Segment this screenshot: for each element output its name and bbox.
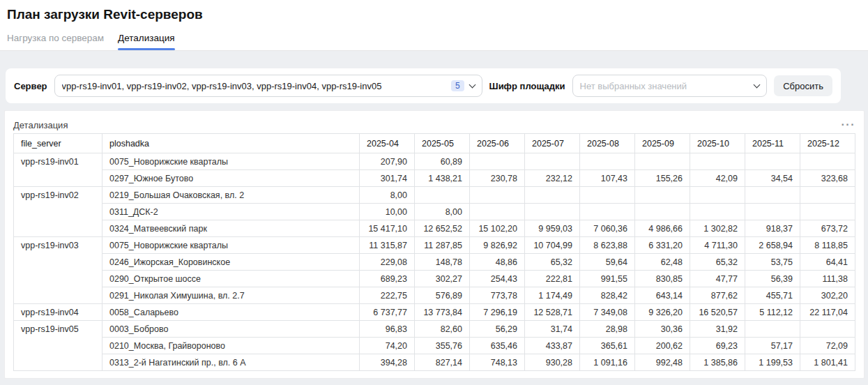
ploshadka-cell: 0291_Николая Химушина, вл. 2.7 bbox=[102, 287, 360, 304]
ploshadka-cell: 0058_Саларьево bbox=[102, 304, 360, 321]
value-cell: 42,09 bbox=[690, 170, 745, 187]
value-cell: 57,17 bbox=[745, 338, 800, 354]
value-cell: 918,37 bbox=[745, 220, 800, 237]
ploshadka-cell: 0297_Южное Бутово bbox=[102, 170, 360, 187]
value-cell: 72,09 bbox=[800, 338, 855, 354]
value-cell: 8,00 bbox=[360, 187, 415, 204]
column-header-2025-10[interactable]: 2025-10 bbox=[690, 134, 745, 153]
value-cell: 1 091,16 bbox=[580, 354, 635, 371]
value-cell bbox=[525, 187, 580, 204]
value-cell: 1 302,82 bbox=[690, 220, 745, 237]
value-cell: 64,41 bbox=[800, 254, 855, 271]
table-row: vpp-rs19-inv010075_Новорижские кварталы2… bbox=[14, 153, 855, 170]
value-cell: 576,89 bbox=[415, 287, 470, 304]
value-cell bbox=[525, 153, 580, 170]
value-cell bbox=[800, 153, 855, 170]
value-cell: 74,20 bbox=[360, 338, 415, 354]
value-cell: 830,85 bbox=[635, 271, 690, 287]
site-filter-label: Шифр площадки bbox=[489, 81, 565, 91]
value-cell: 12 652,52 bbox=[415, 220, 470, 237]
value-cell bbox=[690, 204, 745, 220]
table-row: 0311_ДСК-210,008,00 bbox=[14, 204, 855, 220]
value-cell: 8,00 bbox=[415, 204, 470, 220]
value-cell: 828,42 bbox=[580, 287, 635, 304]
value-cell: 7 349,08 bbox=[580, 304, 635, 321]
value-cell: 10 704,99 bbox=[525, 237, 580, 254]
value-cell: 60,89 bbox=[415, 153, 470, 170]
tab-load-by-servers[interactable]: Нагрузка по серверам bbox=[7, 33, 104, 50]
table-row: vpp-rs19-inv040058_Саларьево6 737,7713 7… bbox=[14, 304, 855, 321]
value-cell: 302,27 bbox=[415, 271, 470, 287]
value-cell: 11 315,87 bbox=[360, 237, 415, 254]
value-cell bbox=[580, 204, 635, 220]
site-filter-select[interactable]: Нет выбранных значений bbox=[572, 75, 768, 97]
value-cell: 635,46 bbox=[470, 338, 525, 354]
filter-bar: Сервер vpp-rs19-inv01, vpp-rs19-inv02, v… bbox=[6, 68, 841, 103]
value-cell: 30,36 bbox=[635, 321, 690, 338]
ploshadka-cell: 0311_ДСК-2 bbox=[102, 204, 360, 220]
file-server-cell: vpp-rs19-inv01 bbox=[14, 153, 102, 187]
value-cell: 1 174,49 bbox=[525, 287, 580, 304]
column-header-2025-04[interactable]: 2025-04 bbox=[360, 134, 415, 153]
value-cell: 59,64 bbox=[580, 254, 635, 271]
dashboard-content: Сервер vpp-rs19-inv01, vpp-rs19-inv02, v… bbox=[0, 51, 868, 379]
value-cell: 15 102,20 bbox=[470, 220, 525, 237]
server-filter-label: Сервер bbox=[14, 81, 47, 91]
column-header-2025-05[interactable]: 2025-05 bbox=[415, 134, 470, 153]
value-cell: 16 520,57 bbox=[690, 304, 745, 321]
value-cell bbox=[800, 321, 855, 338]
table-row: 0291_Николая Химушина, вл. 2.7222,75576,… bbox=[14, 287, 855, 304]
column-header-2025-09[interactable]: 2025-09 bbox=[635, 134, 690, 153]
ploshadka-cell: 0075_Новорижские кварталы bbox=[102, 237, 360, 254]
table-row: vpp-rs19-inv020219_Большая Очаковская, в… bbox=[14, 187, 855, 204]
server-filter-value: vpp-rs19-inv01, vpp-rs19-inv02, vpp-rs19… bbox=[62, 81, 446, 91]
server-filter-select[interactable]: vpp-rs19-inv01, vpp-rs19-inv02, vpp-rs19… bbox=[54, 75, 482, 97]
column-header-2025-08[interactable]: 2025-08 bbox=[580, 134, 635, 153]
value-cell: 930,28 bbox=[525, 354, 580, 371]
value-cell: 991,55 bbox=[580, 271, 635, 287]
table-row: 0210_Москва, Грайвороново74,20355,76635,… bbox=[14, 338, 855, 354]
value-cell: 222,81 bbox=[525, 271, 580, 287]
column-header-2025-12[interactable]: 2025-12 bbox=[800, 134, 855, 153]
value-cell: 15 417,10 bbox=[360, 220, 415, 237]
column-header-2025-11[interactable]: 2025-11 bbox=[745, 134, 800, 153]
tab-bar: Нагрузка по серверам Детализация bbox=[7, 33, 861, 50]
file-server-cell: vpp-rs19-inv02 bbox=[14, 187, 102, 237]
file-server-cell: vpp-rs19-inv05 bbox=[14, 321, 102, 371]
value-cell: 56,39 bbox=[745, 271, 800, 287]
value-cell: 82,60 bbox=[415, 321, 470, 338]
column-header-2025-07[interactable]: 2025-07 bbox=[525, 134, 580, 153]
value-cell bbox=[415, 187, 470, 204]
ellipsis-menu-icon[interactable]: ··· bbox=[842, 121, 855, 128]
value-cell: 433,87 bbox=[525, 338, 580, 354]
value-cell: 148,78 bbox=[415, 254, 470, 271]
value-cell bbox=[800, 187, 855, 204]
value-cell: 689,23 bbox=[360, 271, 415, 287]
ploshadka-cell: 0075_Новорижские кварталы bbox=[102, 153, 360, 170]
table-row: vpp-rs19-inv050003_Боброво96,8382,6056,2… bbox=[14, 321, 855, 338]
value-cell: 11 287,85 bbox=[415, 237, 470, 254]
value-cell: 13 773,84 bbox=[415, 304, 470, 321]
ploshadka-cell: 0290_Открытое шоссе bbox=[102, 271, 360, 287]
value-cell: 394,28 bbox=[360, 354, 415, 371]
value-cell: 56,29 bbox=[470, 321, 525, 338]
value-cell: 323,68 bbox=[800, 170, 855, 187]
value-cell: 8 623,88 bbox=[580, 237, 635, 254]
value-cell: 1 385,86 bbox=[690, 354, 745, 371]
value-cell: 62,48 bbox=[635, 254, 690, 271]
page-title: План загрузки Revit-серверов bbox=[7, 7, 861, 22]
reset-button[interactable]: Сбросить bbox=[774, 75, 832, 96]
value-cell: 8 118,85 bbox=[800, 237, 855, 254]
value-cell: 254,43 bbox=[470, 271, 525, 287]
column-header-file_server[interactable]: file_server bbox=[14, 134, 102, 153]
value-cell bbox=[745, 153, 800, 170]
value-cell: 200,62 bbox=[635, 338, 690, 354]
value-cell: 301,74 bbox=[360, 170, 415, 187]
value-cell bbox=[580, 187, 635, 204]
value-cell: 302,20 bbox=[800, 287, 855, 304]
column-header-2025-06[interactable]: 2025-06 bbox=[470, 134, 525, 153]
column-header-ploshadka[interactable]: ploshadka bbox=[102, 134, 360, 153]
table-row: 0313_2-й Нагатинский пр., вл. 6 А394,288… bbox=[14, 354, 855, 371]
tab-detail[interactable]: Детализация bbox=[118, 33, 174, 50]
value-cell: 773,78 bbox=[470, 287, 525, 304]
